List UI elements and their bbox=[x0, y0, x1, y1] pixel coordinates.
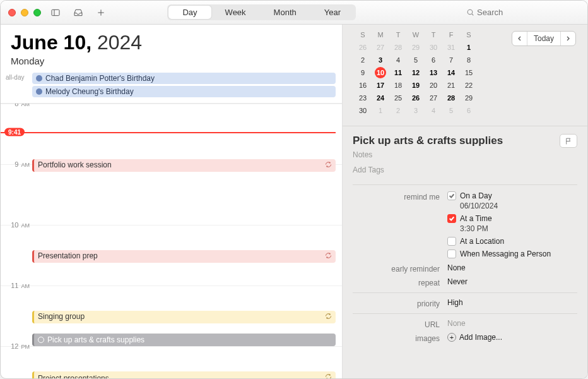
mini-day[interactable]: 6 bbox=[425, 54, 442, 66]
mini-day[interactable]: 29 bbox=[460, 92, 478, 104]
mini-day[interactable]: 12 bbox=[407, 66, 425, 79]
calendar-event[interactable]: Pick up arts & crafts supplies bbox=[32, 334, 336, 346]
mini-day[interactable]: 5 bbox=[407, 54, 425, 66]
mini-day[interactable]: 23 bbox=[354, 92, 372, 104]
hour-label: 12 PM bbox=[6, 342, 30, 350]
repeat-value[interactable]: Never bbox=[447, 277, 577, 286]
mini-day[interactable]: 11 bbox=[389, 66, 407, 79]
view-week[interactable]: Week bbox=[211, 6, 260, 19]
mini-day[interactable]: 3 bbox=[407, 104, 425, 117]
mini-day[interactable]: 15 bbox=[460, 66, 478, 79]
mini-day[interactable]: 27 bbox=[372, 41, 389, 54]
mini-day[interactable]: 8 bbox=[460, 54, 478, 66]
mini-day[interactable]: 30 bbox=[354, 104, 372, 117]
mini-day[interactable]: 1 bbox=[460, 41, 478, 54]
svg-line-5 bbox=[472, 14, 473, 15]
mini-day[interactable]: 10 bbox=[372, 66, 389, 79]
calendar-color-dot bbox=[36, 75, 42, 81]
add-image-label: Add Image... bbox=[459, 333, 502, 342]
flag-icon bbox=[565, 137, 573, 145]
svg-point-4 bbox=[467, 9, 473, 15]
mini-day[interactable]: 24 bbox=[372, 92, 389, 104]
mini-day[interactable]: 22 bbox=[460, 79, 478, 92]
mini-day[interactable]: 29 bbox=[407, 41, 425, 54]
mini-day[interactable]: 31 bbox=[442, 41, 460, 54]
all-day-event[interactable]: Chad Benjamin Potter's Birthday bbox=[32, 73, 336, 84]
prev-month-button[interactable] bbox=[512, 32, 527, 45]
on-a-day-checkbox[interactable]: On a Day bbox=[447, 191, 577, 200]
add-image-button[interactable]: + Add Image... bbox=[447, 333, 577, 342]
calendar-color-dot bbox=[36, 88, 42, 95]
timeline[interactable]: 8 AM9 AM10 AM11 AM12 PM1 PM2 PM3 PM4 PM5… bbox=[1, 104, 342, 378]
mini-day[interactable]: 28 bbox=[389, 41, 407, 54]
flag-button[interactable] bbox=[560, 134, 577, 148]
mini-day[interactable]: 26 bbox=[354, 41, 372, 54]
mini-day[interactable]: 9 bbox=[354, 66, 372, 79]
mini-day[interactable]: 3 bbox=[372, 54, 389, 66]
mini-day[interactable]: 30 bbox=[425, 41, 442, 54]
at-location-checkbox[interactable]: At a Location bbox=[447, 237, 577, 246]
calendar-event[interactable]: Project presentations5 – 7 PM bbox=[32, 371, 336, 378]
event-title: Project presentations bbox=[38, 374, 109, 378]
view-day[interactable]: Day bbox=[168, 6, 211, 19]
at-a-time-checkbox[interactable]: At a Time bbox=[447, 214, 577, 223]
mini-day[interactable]: 19 bbox=[407, 79, 425, 92]
when-messaging-checkbox[interactable]: When Messaging a Person bbox=[447, 250, 577, 258]
today-button[interactable]: Today bbox=[527, 32, 561, 45]
search-field[interactable] bbox=[466, 6, 580, 20]
notes-field[interactable]: Notes bbox=[353, 150, 577, 159]
search-input[interactable] bbox=[477, 8, 572, 17]
mini-day[interactable]: 1 bbox=[372, 104, 389, 117]
mini-day[interactable]: 27 bbox=[425, 92, 442, 104]
repeat-icon bbox=[325, 373, 332, 378]
mini-day[interactable]: 20 bbox=[425, 79, 442, 92]
event-title: Pick up arts & crafts supplies bbox=[47, 335, 144, 344]
mini-day[interactable]: 13 bbox=[425, 66, 442, 79]
event-title: Portfolio work session bbox=[38, 160, 112, 169]
mini-day[interactable]: 2 bbox=[389, 104, 407, 117]
calendar-event[interactable]: Singing group bbox=[32, 311, 336, 323]
early-reminder-label: early reminder bbox=[353, 263, 447, 274]
mini-day[interactable]: 28 bbox=[442, 92, 460, 104]
svg-rect-0 bbox=[52, 9, 59, 15]
mini-day[interactable]: 26 bbox=[407, 92, 425, 104]
reminder-form: remind me On a Day 06/10/2024 At a Time bbox=[353, 184, 577, 343]
mini-day[interactable]: 18 bbox=[389, 79, 407, 92]
next-month-button[interactable] bbox=[561, 32, 575, 45]
mini-day[interactable]: 7 bbox=[442, 54, 460, 66]
calendar-event[interactable]: Portfolio work session bbox=[32, 159, 336, 172]
mini-calendar[interactable]: SMTWTFS262728293031123456789101112131415… bbox=[354, 31, 478, 117]
view-year[interactable]: Year bbox=[310, 6, 355, 19]
view-month[interactable]: Month bbox=[260, 6, 310, 19]
mini-day[interactable]: 17 bbox=[372, 79, 389, 92]
url-value[interactable]: None bbox=[447, 319, 577, 328]
mini-day[interactable]: 4 bbox=[389, 54, 407, 66]
add-button[interactable] bbox=[93, 6, 109, 20]
minimize-window-button[interactable] bbox=[21, 9, 28, 16]
mini-day[interactable]: 14 bbox=[442, 66, 460, 79]
tags-field[interactable]: Add Tags bbox=[353, 165, 577, 181]
mini-day[interactable]: 2 bbox=[354, 54, 372, 66]
mini-dow: T bbox=[389, 31, 407, 41]
all-day-event[interactable]: Melody Cheung's Birthday bbox=[32, 86, 336, 97]
priority-value[interactable]: High bbox=[447, 298, 577, 307]
on-a-day-value[interactable]: 06/10/2024 bbox=[460, 202, 577, 210]
plus-icon bbox=[96, 8, 106, 18]
mini-day[interactable]: 6 bbox=[460, 104, 478, 117]
close-window-button[interactable] bbox=[8, 9, 16, 16]
zoom-window-button[interactable] bbox=[33, 9, 41, 16]
mini-day[interactable]: 21 bbox=[442, 79, 460, 92]
inbox-button[interactable] bbox=[70, 6, 86, 20]
calendar-event[interactable]: Presentation prep bbox=[32, 250, 336, 263]
at-a-time-value[interactable]: 3:30 PM bbox=[460, 224, 577, 233]
sidebar-toggle-button[interactable] bbox=[47, 6, 64, 20]
at-location-label: At a Location bbox=[460, 237, 504, 246]
early-reminder-value[interactable]: None bbox=[447, 263, 577, 272]
mini-day[interactable]: 4 bbox=[425, 104, 442, 117]
app-window: DayWeekMonthYear June 10, 2024 Monday al… bbox=[0, 0, 588, 379]
mini-day[interactable]: 25 bbox=[389, 92, 407, 104]
mini-day[interactable]: 5 bbox=[442, 104, 460, 117]
view-switcher: DayWeekMonthYear bbox=[167, 4, 356, 20]
mini-day[interactable]: 16 bbox=[354, 79, 372, 92]
reminder-title[interactable]: Pick up arts & crafts supplies bbox=[353, 135, 503, 147]
